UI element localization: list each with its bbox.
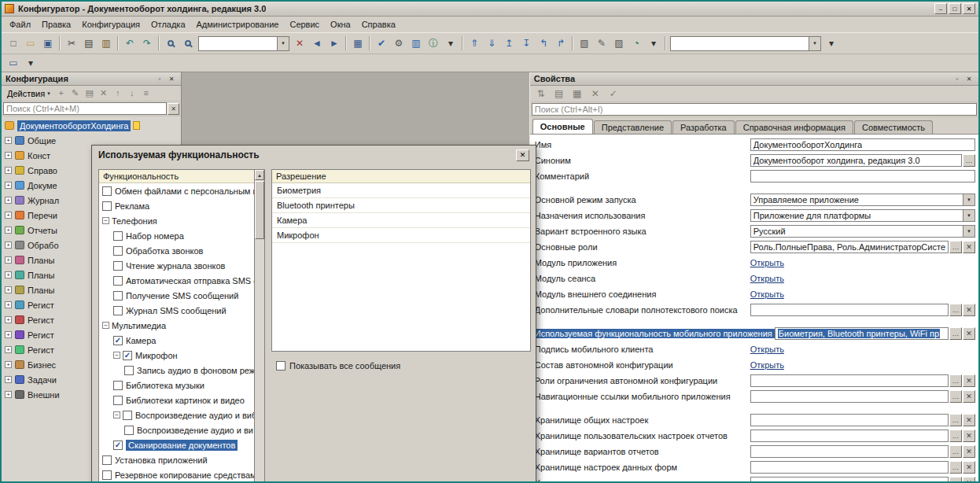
- property-input[interactable]: Роль.ПолныеПрава, Роль.АдминистраторСист…: [750, 241, 949, 253]
- scroll-up-icon[interactable]: ▲: [255, 170, 264, 180]
- clear-button[interactable]: ✕: [963, 241, 975, 253]
- save-icon[interactable]: ▣: [39, 35, 57, 51]
- permission-item-3[interactable]: Микрофон: [272, 228, 530, 243]
- syntax-help-icon[interactable]: ▥: [407, 35, 425, 51]
- ellipsis-button[interactable]: …: [949, 461, 962, 474]
- functionality-item-7[interactable]: Получение SMS сообщений: [99, 288, 254, 303]
- open-link[interactable]: Открыть: [750, 289, 784, 299]
- functionality-item-18[interactable]: Установка приложений: [99, 452, 254, 467]
- checkbox-icon[interactable]: [113, 261, 123, 271]
- expand-icon[interactable]: +: [5, 271, 12, 278]
- menu-item-3[interactable]: Отладка: [146, 17, 190, 31]
- dropdown-icon[interactable]: ▼: [277, 37, 289, 50]
- menu-item-0[interactable]: Файл: [4, 17, 36, 31]
- toolbar-options-icon[interactable]: ▾: [823, 35, 840, 51]
- scrollbar[interactable]: ▲: [254, 170, 264, 481]
- procedures-list-icon[interactable]: ↥: [500, 35, 518, 51]
- tab-1[interactable]: Представление: [594, 120, 672, 134]
- tab-4[interactable]: Совместимость: [854, 120, 933, 134]
- clear-button[interactable]: ✕: [963, 461, 975, 474]
- property-input[interactable]: Русский▼: [750, 225, 975, 238]
- property-input[interactable]: [750, 461, 949, 474]
- clear-button[interactable]: ✕: [963, 414, 975, 426]
- checkbox-icon[interactable]: [102, 470, 112, 480]
- functionality-item-6[interactable]: Автоматическая отправка SMS с: [99, 273, 254, 288]
- checkbox-icon[interactable]: [113, 246, 123, 256]
- forward-icon[interactable]: ↱: [552, 35, 569, 51]
- expand-icon[interactable]: +: [5, 376, 12, 383]
- open-link[interactable]: Открыть: [750, 258, 784, 267]
- ellipsis-button[interactable]: …: [949, 241, 962, 253]
- functionality-item-13[interactable]: Библиотека музыки: [99, 378, 254, 393]
- close-icon[interactable]: ✕: [963, 74, 974, 84]
- permission-column-header[interactable]: Разрешение: [272, 170, 530, 183]
- maximize-icon[interactable]: □: [949, 3, 961, 14]
- scroll-thumb[interactable]: [255, 181, 264, 239]
- checkbox-icon[interactable]: [123, 411, 132, 420]
- checkbox-icon[interactable]: [102, 186, 112, 196]
- tab-3[interactable]: Справочная информация: [735, 120, 853, 134]
- expand-icon[interactable]: +: [5, 256, 12, 264]
- delete-icon[interactable]: ✕: [97, 87, 111, 101]
- property-input[interactable]: [750, 304, 949, 316]
- expand-icon[interactable]: +: [5, 286, 12, 293]
- edit-icon[interactable]: ✎: [68, 87, 83, 101]
- expand-icon[interactable]: +: [5, 301, 12, 308]
- undo-icon[interactable]: ↶: [121, 35, 138, 51]
- move-down-icon[interactable]: ↓: [125, 86, 139, 100]
- clear-button[interactable]: ✕: [963, 304, 975, 316]
- ellipsis-button[interactable]: …: [963, 154, 975, 167]
- menu-item-1[interactable]: Правка: [36, 17, 76, 31]
- ellipsis-button[interactable]: …: [949, 445, 962, 458]
- property-input[interactable]: [750, 477, 949, 481]
- pin-icon[interactable]: ▫: [952, 74, 963, 84]
- module-check-icon[interactable]: ▧: [576, 35, 593, 51]
- checkbox-icon[interactable]: [124, 366, 134, 375]
- config-search-input[interactable]: Поиск (Ctrl+Alt+M): [3, 102, 167, 115]
- categories-icon[interactable]: ▤: [551, 86, 568, 101]
- redo-icon[interactable]: ↷: [138, 35, 156, 51]
- checkbox-icon[interactable]: ✓: [113, 336, 123, 345]
- dropdown-icon[interactable]: ▼: [963, 194, 974, 205]
- expand-icon[interactable]: +: [5, 316, 12, 323]
- property-input[interactable]: Биометрия, Bluetooth принтеры, WiFi пр: [775, 327, 949, 340]
- checkbox-icon[interactable]: [276, 361, 286, 371]
- dropdown-icon[interactable]: ▼: [963, 226, 974, 237]
- checkbox-icon[interactable]: [113, 396, 123, 405]
- property-input[interactable]: [750, 374, 949, 387]
- windows-combo[interactable]: ▼: [670, 36, 821, 51]
- expand-icon[interactable]: +: [5, 242, 12, 249]
- functionality-item-2[interactable]: −Телефония: [99, 213, 254, 228]
- open-object-icon[interactable]: ▭: [5, 55, 22, 71]
- checkbox-icon[interactable]: [113, 381, 123, 390]
- expand-icon[interactable]: +: [5, 361, 12, 368]
- find-previous-icon[interactable]: ◄: [308, 35, 326, 51]
- ellipsis-button[interactable]: …: [949, 414, 962, 426]
- collapse-icon[interactable]: −: [102, 217, 109, 224]
- open-link[interactable]: Открыть: [750, 345, 784, 354]
- dropdown-icon[interactable]: ▼: [963, 210, 974, 221]
- check-configuration-icon[interactable]: ✔: [373, 35, 390, 51]
- functionality-item-0[interactable]: Обмен файлами с персональным ко: [99, 183, 254, 198]
- ellipsis-button[interactable]: …: [949, 430, 962, 442]
- find-icon[interactable]: [162, 35, 179, 51]
- functionality-item-12[interactable]: Запись аудио в фоновом реж: [99, 363, 254, 378]
- back-icon[interactable]: ↰: [535, 35, 552, 51]
- menu-item-4[interactable]: Администрирование: [191, 17, 285, 31]
- tab-0[interactable]: Основные: [532, 119, 593, 134]
- actions-menu-button[interactable]: Действия ▾: [3, 87, 54, 101]
- menu-item-5[interactable]: Сервис: [284, 17, 325, 31]
- clear-button[interactable]: ✕: [963, 477, 975, 481]
- expand-icon[interactable]: +: [5, 197, 12, 204]
- ellipsis-button[interactable]: …: [949, 390, 962, 403]
- pin-icon[interactable]: ▫: [154, 74, 165, 84]
- checkbox-icon[interactable]: [113, 231, 123, 241]
- checkbox-icon[interactable]: [124, 426, 134, 435]
- clear-button[interactable]: ✕: [963, 390, 975, 403]
- menu-item-7[interactable]: Справка: [356, 17, 401, 31]
- expand-icon[interactable]: +: [5, 167, 12, 174]
- configuration-windows-icon[interactable]: ▦: [349, 35, 367, 51]
- delete-icon[interactable]: ✕: [587, 86, 604, 101]
- properties-search-input[interactable]: Поиск (Ctrl+Alt+I): [532, 103, 977, 116]
- performance-icon[interactable]: ◔: [628, 35, 645, 51]
